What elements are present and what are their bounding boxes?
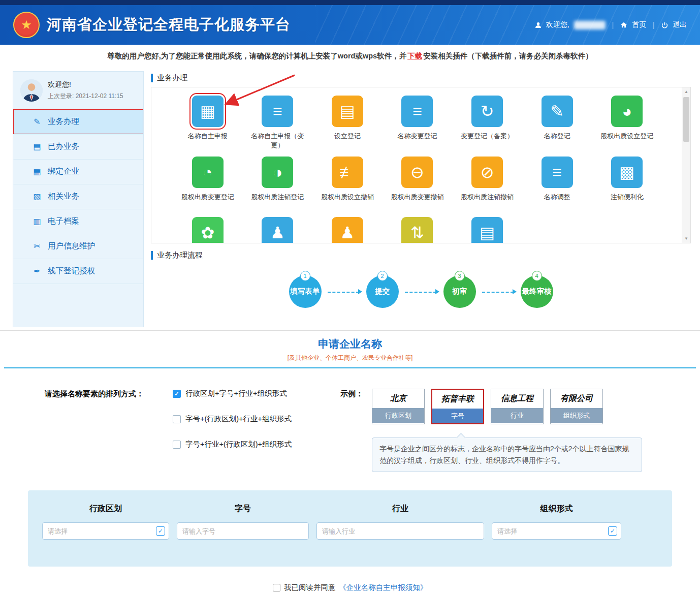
service-label: 名称自主申报 <box>188 132 228 149</box>
sidebar-item-label: 已办业务 <box>48 141 79 152</box>
service-item[interactable]: ≢ 股权出质设立撤销 <box>312 157 383 210</box>
service-icon[interactable]: ♟ <box>262 217 293 243</box>
sidebar-item[interactable]: ▤ 已办业务 <box>13 134 143 159</box>
sidebar-menu: ✎ 业务办理 ▤ 已办业务 ▦ 绑定企业 ▧ 相关业务 ▥ 电子档案 ✂ 用户信… <box>13 109 143 284</box>
example-value: 有限公司 <box>551 389 602 408</box>
arrangement-option[interactable]: 字号+(行政区划)+行业+组织形式 <box>173 414 340 424</box>
site-title: 河南省企业登记全程电子化服务平台 <box>47 15 291 35</box>
sidebar-item[interactable]: ✎ 业务办理 <box>13 109 143 134</box>
scroll-up-arrow[interactable] <box>682 87 690 96</box>
sidebar-item-label: 用户信息维护 <box>48 241 95 252</box>
name-form-panel: 行政区划 ✓ 字号 ✓ 行业 ✓ 组织形式 <box>28 490 672 567</box>
service-item[interactable]: ◕ 股权出质设立登记 <box>592 96 662 149</box>
sidebar-item[interactable]: ✒ 线下登记授权 <box>13 259 143 284</box>
service-item[interactable]: ▩ 注销便利化 <box>592 157 662 210</box>
service-item[interactable]: ≡ 名称变更登记 <box>383 96 453 149</box>
agreement-link[interactable]: 《企业名称自主申报须知》 <box>339 583 427 592</box>
service-item[interactable]: ↻ 变更登记（备案） <box>452 96 522 149</box>
arrangement-option[interactable]: 行政区划+字号+行业+组织形式 <box>173 389 340 398</box>
service-icon[interactable]: ◔ <box>192 157 224 188</box>
service-icon[interactable]: ▤ <box>471 217 503 243</box>
service-item[interactable]: ◔ 股权出质变更登记 <box>173 157 243 210</box>
agree-checkbox[interactable] <box>273 584 280 591</box>
service-item[interactable]: ♟ <box>243 217 313 243</box>
scroll-down-arrow[interactable] <box>682 234 690 243</box>
service-icon[interactable]: ♟ <box>332 217 363 243</box>
service-item[interactable]: ▤ 设立登记 <box>312 96 383 149</box>
service-icon[interactable]: ⇅ <box>401 217 433 243</box>
title-bar-icon <box>151 251 153 260</box>
arrangement-label: 请选择名称要素的排列方式： <box>45 389 173 472</box>
arrangement-option[interactable]: 字号+行业+(行政区划)+组织形式 <box>173 440 340 449</box>
service-item[interactable]: ✎ 名称登记 <box>522 96 592 149</box>
service-item[interactable]: ≡ 名称调整 <box>522 157 592 210</box>
sidebar-item[interactable]: ✂ 用户信息维护 <box>13 234 143 259</box>
service-icon[interactable]: ▤ <box>332 96 363 127</box>
user-profile: 欢迎您! 上次登录: 2021-12-02 11:15 <box>13 72 143 109</box>
service-icon[interactable]: ≡ <box>401 96 433 127</box>
service-item[interactable]: ⊖ 股权出质变更撤销 <box>383 157 453 210</box>
field-input[interactable] <box>316 522 484 540</box>
flow-step: 3 初审 <box>443 275 476 308</box>
sidebar-filler <box>13 284 143 327</box>
picker-check-icon[interactable]: ✓ <box>156 526 165 536</box>
service-icon[interactable]: ⊘ <box>471 157 503 188</box>
field-label: 组织形式 <box>492 504 621 514</box>
step-number-badge: 1 <box>300 271 310 281</box>
sidebar-item[interactable]: ▧ 相关业务 <box>13 184 143 209</box>
flow-step: 1 填写表单 <box>289 275 322 308</box>
field-label: 字号 <box>177 504 309 514</box>
field-input[interactable] <box>492 522 621 540</box>
service-item[interactable]: ✿ <box>173 217 243 243</box>
home-link[interactable]: 首页 <box>632 20 646 29</box>
sidebar-item[interactable]: ▥ 电子档案 <box>13 209 143 234</box>
scroll-thumb[interactable] <box>683 97 689 142</box>
divider-line <box>4 367 696 368</box>
menu-icon: ✎ <box>32 117 42 127</box>
service-icon[interactable]: ✿ <box>192 217 224 243</box>
service-icon[interactable]: ≡ <box>262 96 293 127</box>
menu-icon: ▤ <box>32 142 42 151</box>
service-item[interactable]: ⊘ 股权出质注销撤销 <box>452 157 522 210</box>
logout-link[interactable]: 退出 <box>673 20 687 29</box>
service-icon[interactable]: ◕ <box>611 96 643 127</box>
avatar <box>20 79 43 102</box>
checkbox[interactable] <box>173 415 181 423</box>
services-grid: ▦ 名称自主申报 ≡ 名称自主申报（变更） ▤ 设立登记 ≡ 名称变更登记 ↻ … <box>173 96 662 243</box>
service-item[interactable]: ≡ 名称自主申报（变更） <box>243 96 313 149</box>
service-item[interactable]: ♟ <box>312 217 383 243</box>
picker-check-icon[interactable]: ✓ <box>608 526 617 536</box>
apply-section: 申请企业名称 [及其他企业、个体工商户、农民专业合作社等] 请选择名称要素的排列… <box>0 330 700 592</box>
field-input[interactable] <box>42 522 169 540</box>
service-icon[interactable]: ≡ <box>542 157 573 188</box>
flow-section-label: 业务办理流程 <box>157 251 203 260</box>
service-item[interactable]: ◑ 股权出质注销登记 <box>243 157 313 210</box>
scrollbar[interactable] <box>682 87 690 243</box>
service-item[interactable]: ⇅ <box>383 217 453 243</box>
service-icon[interactable]: ✎ <box>542 96 573 127</box>
notice-text-pre: 尊敬的用户您好,为了您能正常使用此系统，请确保您的计算机上安装了word或wps… <box>107 51 406 61</box>
service-icon[interactable]: ↻ <box>471 96 503 127</box>
service-item[interactable]: ▤ <box>452 217 522 243</box>
service-icon[interactable]: ◑ <box>262 157 293 188</box>
service-icon[interactable]: ≢ <box>332 157 363 188</box>
sidebar-item[interactable]: ▦ 绑定企业 <box>13 159 143 184</box>
service-icon[interactable]: ▩ <box>611 157 643 188</box>
service-item[interactable]: ▦ 名称自主申报 <box>173 96 243 149</box>
profile-welcome: 欢迎您! <box>48 80 123 89</box>
service-label: 股权出质设立撤销 <box>321 193 374 210</box>
service-icon[interactable]: ⊖ <box>401 157 433 188</box>
form-field: 字号 ✓ <box>177 504 309 567</box>
checkbox[interactable] <box>173 390 181 398</box>
download-link[interactable]: 下载 <box>407 51 422 61</box>
service-label: 股权出质变更撤销 <box>391 193 443 210</box>
censored-username <box>574 21 606 29</box>
services-box: ▦ 名称自主申报 ≡ 名称自主申报（变更） ▤ 设立登记 ≡ 名称变更登记 ↻ … <box>151 87 691 243</box>
field-input[interactable] <box>177 522 309 540</box>
service-label: 注销便利化 <box>611 193 644 210</box>
process-flow: 1 填写表单 2 提交 3 初审 4 最终审核 <box>151 264 691 308</box>
service-icon[interactable]: ▦ <box>192 96 224 127</box>
checkbox[interactable] <box>173 441 181 449</box>
example-value: 拓普丰联 <box>432 390 483 409</box>
example-box: 有限公司 组织形式 <box>550 389 603 424</box>
